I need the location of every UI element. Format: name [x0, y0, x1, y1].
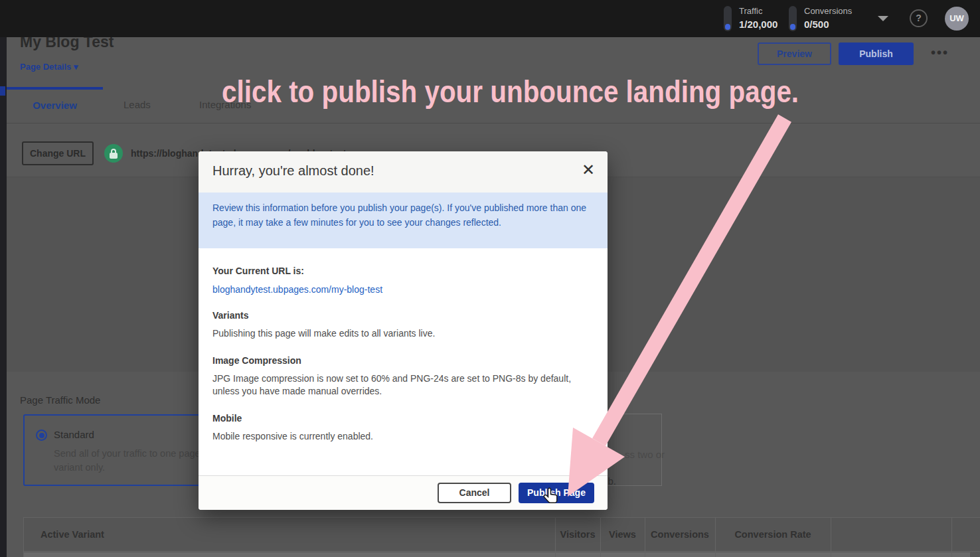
modal-body: Your Current URL is: bloghandytest.ubpag…	[199, 248, 608, 443]
variants-text: Publishing this page will make edits to …	[212, 327, 594, 341]
tab-leads[interactable]: Leads	[123, 87, 151, 123]
change-url-button[interactable]: Change URL	[22, 141, 94, 165]
publish-button[interactable]: Publish	[839, 42, 914, 65]
standard-radio[interactable]	[36, 430, 47, 441]
col-visitors: Visitors	[555, 518, 600, 552]
col-conversion-rate: Conversion Rate	[715, 518, 831, 552]
cancel-button[interactable]: Cancel	[438, 483, 511, 503]
traffic-value: 1/20,000	[739, 19, 777, 30]
current-url-heading: Your Current URL is:	[212, 266, 594, 276]
standard-description: Send all of your traffic to one page var…	[54, 447, 212, 475]
app-screen: Traffic 1/20,000 Conversions 0/500 ? UW …	[0, 0, 980, 557]
image-compression-heading: Image Compression	[212, 355, 594, 366]
top-nav-bar: Traffic 1/20,000 Conversions 0/500 ? UW	[0, 0, 980, 37]
sidebar-active-indicator	[0, 86, 5, 96]
col-views: Views	[600, 518, 645, 552]
variants-table: Active Variant Visitors Views Conversion…	[23, 517, 980, 557]
table-row[interactable]	[24, 552, 970, 557]
tab-overview[interactable]: Overview	[7, 87, 103, 123]
traffic-meter-icon	[724, 6, 732, 31]
col-conversions: Conversions	[645, 518, 715, 552]
traffic-label: Traffic	[739, 6, 762, 16]
page-traffic-mode-heading: Page Traffic Mode	[20, 394, 100, 406]
preview-button[interactable]: Preview	[758, 42, 831, 65]
modal-title: Hurray, you're almost done!	[212, 163, 374, 179]
tabs-divider	[7, 123, 980, 123]
avatar[interactable]: UW	[945, 7, 969, 31]
standard-label: Standard	[54, 429, 94, 440]
annotation-caption: click to publish your unbounce landing p…	[222, 73, 799, 110]
image-compression-text: JPG Image compression is now set to 60% …	[212, 372, 594, 398]
info-banner: Review this information before you publi…	[199, 193, 608, 248]
ab-card-text-fragment: ss two or	[625, 449, 665, 460]
conversions-label: Conversions	[804, 6, 852, 16]
mobile-text: Mobile responsive is currently enabled.	[212, 430, 594, 443]
page-details-dropdown[interactable]: Page Details ▾	[20, 62, 78, 72]
info-banner-text: Review this information before you publi…	[212, 201, 593, 230]
mobile-heading: Mobile	[212, 413, 594, 424]
modal-footer: Cancel Publish Page	[199, 475, 608, 510]
conversions-value: 0/500	[804, 19, 829, 30]
ssl-lock-icon	[104, 144, 123, 163]
collapsed-sidebar	[0, 37, 7, 557]
caret-down-icon: ▾	[74, 62, 78, 72]
col-active-variant: Active Variant	[41, 518, 104, 552]
publish-page-button[interactable]: Publish Page	[519, 483, 594, 503]
variants-heading: Variants	[212, 310, 594, 321]
modal-header: Hurray, you're almost done! ✕	[199, 151, 608, 193]
table-header-row	[24, 518, 980, 552]
help-icon[interactable]: ?	[910, 9, 928, 27]
close-icon[interactable]: ✕	[582, 162, 595, 178]
standard-mode-card[interactable]: Standard Send all of your traffic to one…	[23, 414, 226, 486]
publish-confirmation-modal: Hurray, you're almost done! ✕ Review thi…	[199, 151, 608, 510]
chevron-down-icon[interactable]	[878, 16, 888, 21]
current-url-link[interactable]: bloghandytest.ubpages.com/my-blog-test	[212, 284, 382, 295]
conversions-meter-icon	[789, 6, 797, 31]
more-options-icon[interactable]: •••	[931, 45, 949, 60]
